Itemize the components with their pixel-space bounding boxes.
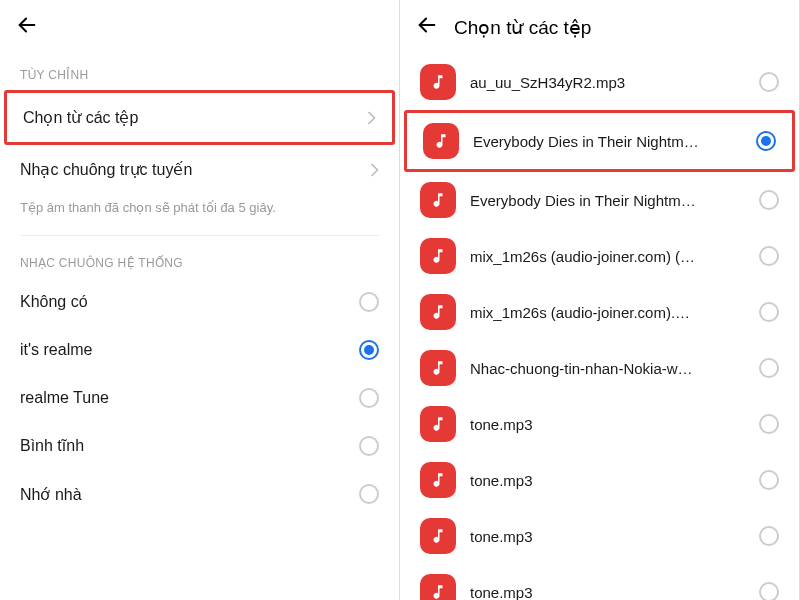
nav-online-ringtones[interactable]: Nhạc chuông trực tuyến <box>0 145 399 194</box>
file-name: tone.mp3 <box>470 528 745 545</box>
highlight-choose-files: Chọn từ các tệp <box>4 90 395 145</box>
ringtone-row[interactable]: Nhớ nhà <box>0 470 399 518</box>
radio-button[interactable] <box>759 470 779 490</box>
music-file-icon <box>420 182 456 218</box>
right-pane: Chọn từ các tệp au_uu_SzH34yR2.mp3Everyb… <box>400 0 800 600</box>
file-name: tone.mp3 <box>470 584 745 601</box>
section-label-custom: TÙY CHỈNH <box>0 54 399 90</box>
ringtone-row[interactable]: Bình tĩnh <box>0 422 399 470</box>
file-row[interactable]: mix_1m26s (audio-joiner.com) (… <box>400 228 799 284</box>
file-row[interactable]: Everybody Dies in Their Nightm… <box>407 113 792 169</box>
ringtone-row[interactable]: it's realme <box>0 326 399 374</box>
radio-button[interactable] <box>359 484 379 504</box>
radio-button[interactable] <box>759 582 779 600</box>
section-label-system: NHẠC CHUÔNG HỆ THỐNG <box>0 242 399 278</box>
ringtone-label: Nhớ nhà <box>20 485 82 504</box>
back-icon[interactable] <box>16 14 38 40</box>
file-row[interactable]: tone.mp3 <box>400 508 799 564</box>
ringtone-label: Bình tĩnh <box>20 437 84 455</box>
file-row[interactable]: tone.mp3 <box>400 452 799 508</box>
file-row[interactable]: tone.mp3 <box>400 396 799 452</box>
file-name: mix_1m26s (audio-joiner.com).… <box>470 304 745 321</box>
file-name: tone.mp3 <box>470 416 745 433</box>
radio-button[interactable] <box>759 190 779 210</box>
highlight-selected-file: Everybody Dies in Their Nightm… <box>404 110 795 172</box>
file-row[interactable]: mix_1m26s (audio-joiner.com).… <box>400 284 799 340</box>
page-title: Chọn từ các tệp <box>454 16 591 39</box>
ringtone-label: Không có <box>20 293 88 311</box>
file-name: au_uu_SzH34yR2.mp3 <box>470 74 745 91</box>
left-header <box>0 0 399 54</box>
back-icon[interactable] <box>416 14 438 40</box>
file-name: tone.mp3 <box>470 472 745 489</box>
nav-choose-files-label: Chọn từ các tệp <box>23 108 138 127</box>
radio-button[interactable] <box>359 340 379 360</box>
file-name: Everybody Dies in Their Nightm… <box>470 192 745 209</box>
ringtone-list: Không cóit's realmerealme TuneBình tĩnhN… <box>0 278 399 518</box>
nav-online-ringtones-label: Nhạc chuông trực tuyến <box>20 160 192 179</box>
radio-button[interactable] <box>759 302 779 322</box>
radio-button[interactable] <box>359 436 379 456</box>
ringtone-row[interactable]: Không có <box>0 278 399 326</box>
ringtone-row[interactable]: realme Tune <box>0 374 399 422</box>
chevron-right-icon <box>367 111 376 125</box>
file-row[interactable]: Nhac-chuong-tin-nhan-Nokia-w… <box>400 340 799 396</box>
music-file-icon <box>420 294 456 330</box>
radio-button[interactable] <box>359 292 379 312</box>
radio-button[interactable] <box>759 526 779 546</box>
file-name: Nhac-chuong-tin-nhan-Nokia-w… <box>470 360 745 377</box>
radio-button[interactable] <box>359 388 379 408</box>
music-file-icon <box>420 406 456 442</box>
file-name: Everybody Dies in Their Nightm… <box>473 133 742 150</box>
file-row[interactable]: Everybody Dies in Their Nightm… <box>400 172 799 228</box>
ringtone-label: realme Tune <box>20 389 109 407</box>
music-file-icon <box>423 123 459 159</box>
left-pane: TÙY CHỈNH Chọn từ các tệp Nhạc chuông tr… <box>0 0 400 600</box>
music-file-icon <box>420 462 456 498</box>
ringtone-label: it's realme <box>20 341 92 359</box>
right-header: Chọn từ các tệp <box>400 0 799 54</box>
file-row[interactable]: tone.mp3 <box>400 564 799 600</box>
music-file-icon <box>420 238 456 274</box>
nav-choose-files[interactable]: Chọn từ các tệp <box>7 93 392 142</box>
music-file-icon <box>420 64 456 100</box>
file-row[interactable]: au_uu_SzH34yR2.mp3 <box>400 54 799 110</box>
radio-button[interactable] <box>759 246 779 266</box>
music-file-icon <box>420 518 456 554</box>
music-file-icon <box>420 574 456 600</box>
file-list: au_uu_SzH34yR2.mp3Everybody Dies in Thei… <box>400 54 799 600</box>
radio-button[interactable] <box>756 131 776 151</box>
file-name: mix_1m26s (audio-joiner.com) (… <box>470 248 745 265</box>
radio-button[interactable] <box>759 358 779 378</box>
music-file-icon <box>420 350 456 386</box>
hint-text: Tệp âm thanh đã chọn sẽ phát tối đa 5 gi… <box>0 194 399 229</box>
radio-button[interactable] <box>759 414 779 434</box>
radio-button[interactable] <box>759 72 779 92</box>
chevron-right-icon <box>370 163 379 177</box>
divider <box>20 235 379 236</box>
